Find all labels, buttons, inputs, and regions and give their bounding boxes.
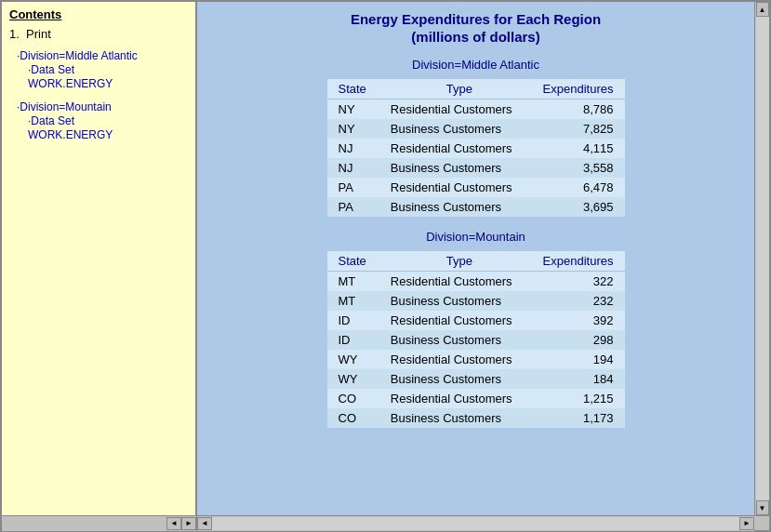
report-title-line1: Energy Expenditures for Each Region bbox=[216, 11, 736, 27]
sidebar: Contents 1. Print ·Division=Middle Atlan… bbox=[2, 2, 197, 515]
cell-expenditure: 3,695 bbox=[528, 197, 624, 217]
table-row: NY Business Customers 7,825 bbox=[327, 119, 625, 139]
cell-state: NJ bbox=[327, 139, 379, 158]
sidebar-division-mountain: ·Division=Mountain ·Data Set WORK.ENERGY bbox=[17, 100, 188, 141]
scroll-left-sidebar[interactable]: ◄ bbox=[166, 517, 181, 530]
table-row: NJ Business Customers 3,558 bbox=[327, 158, 625, 178]
bottom-scrollbar: ◄ ► ◄ ► bbox=[2, 515, 769, 530]
cell-expenditure: 8,786 bbox=[528, 100, 624, 120]
sidebar-dataset-middle-atlantic: ·Data Set WORK.ENERGY bbox=[28, 62, 188, 90]
cell-type: Business Customers bbox=[379, 291, 528, 311]
cell-state: NY bbox=[327, 100, 379, 120]
scroll-left-content[interactable]: ◄ bbox=[197, 517, 212, 530]
cell-expenditure: 1,173 bbox=[528, 408, 624, 428]
sidebar-dataset-mountain: ·Data Set WORK.ENERGY bbox=[28, 113, 188, 141]
cell-expenditure: 392 bbox=[528, 311, 624, 330]
content-area: Energy Expenditures for Each Region (mil… bbox=[197, 2, 754, 515]
table-row: PA Business Customers 3,695 bbox=[327, 197, 625, 217]
section-header-middle-atlantic: Division=Middle Atlantic bbox=[216, 58, 736, 72]
table-row: CO Residential Customers 1,215 bbox=[327, 389, 625, 408]
cell-type: Residential Customers bbox=[379, 350, 528, 369]
scroll-down-button[interactable]: ▼ bbox=[756, 500, 769, 515]
cell-expenditure: 232 bbox=[528, 291, 624, 311]
cell-type: Residential Customers bbox=[379, 139, 528, 158]
cell-type: Business Customers bbox=[379, 197, 528, 217]
cell-state: PA bbox=[327, 197, 379, 217]
scroll-track-right bbox=[756, 17, 769, 500]
cell-expenditure: 194 bbox=[528, 350, 624, 369]
right-scrollbar: ▲ ▼ bbox=[754, 2, 769, 515]
table-row: CO Business Customers 1,173 bbox=[327, 408, 625, 428]
col-type-2: Type bbox=[379, 251, 528, 272]
cell-expenditure: 6,478 bbox=[528, 178, 624, 197]
cell-state: WY bbox=[327, 369, 379, 389]
cell-state: MT bbox=[327, 291, 379, 311]
cell-type: Business Customers bbox=[379, 330, 528, 350]
cell-state: CO bbox=[327, 408, 379, 428]
cell-type: Residential Customers bbox=[379, 272, 528, 292]
scroll-right-content[interactable]: ► bbox=[739, 517, 754, 530]
cell-expenditure: 298 bbox=[528, 330, 624, 350]
table-row: ID Residential Customers 392 bbox=[327, 311, 625, 330]
table-middle-atlantic: State Type Expenditures NY Residential C… bbox=[327, 79, 625, 217]
table-row: MT Residential Customers 322 bbox=[327, 272, 625, 292]
scroll-up-button[interactable]: ▲ bbox=[756, 2, 769, 17]
cell-type: Business Customers bbox=[379, 158, 528, 178]
section-header-mountain: Division=Mountain bbox=[216, 230, 736, 244]
work-energy-link-2[interactable]: WORK.ENERGY bbox=[28, 128, 113, 141]
sidebar-print-item: 1. Print bbox=[9, 27, 188, 41]
table-row: ID Business Customers 298 bbox=[327, 330, 625, 350]
cell-state: CO bbox=[327, 389, 379, 408]
division-mountain-link[interactable]: ·Division=Mountain bbox=[17, 100, 112, 113]
cell-state: NJ bbox=[327, 158, 379, 178]
table-row: WY Business Customers 184 bbox=[327, 369, 625, 389]
cell-type: Residential Customers bbox=[379, 389, 528, 408]
scroll-track-bottom bbox=[212, 517, 739, 530]
cell-type: Business Customers bbox=[379, 119, 528, 139]
table-mountain: State Type Expenditures MT Residential C… bbox=[327, 251, 625, 428]
table-row: PA Residential Customers 6,478 bbox=[327, 178, 625, 197]
cell-expenditure: 1,215 bbox=[528, 389, 624, 408]
table-row: NY Residential Customers 8,786 bbox=[327, 100, 625, 120]
cell-state: ID bbox=[327, 330, 379, 350]
cell-state: MT bbox=[327, 272, 379, 292]
content-bottom-scroll: ◄ ► bbox=[197, 516, 754, 531]
cell-state: WY bbox=[327, 350, 379, 369]
scroll-right-sidebar[interactable]: ► bbox=[181, 517, 196, 530]
cell-expenditure: 184 bbox=[528, 369, 624, 389]
data-set-label-2: ·Data Set bbox=[28, 114, 74, 127]
col-state-1: State bbox=[327, 79, 379, 100]
table-row: NJ Residential Customers 4,115 bbox=[327, 139, 625, 158]
cell-type: Business Customers bbox=[379, 369, 528, 389]
col-expenditures-2: Expenditures bbox=[528, 251, 624, 272]
division-middle-atlantic-link[interactable]: ·Division=Middle Atlantic bbox=[17, 49, 138, 62]
col-expenditures-1: Expenditures bbox=[528, 79, 624, 100]
cell-type: Residential Customers bbox=[379, 311, 528, 330]
cell-expenditure: 322 bbox=[528, 272, 624, 292]
sidebar-division-middle-atlantic: ·Division=Middle Atlantic ·Data Set WORK… bbox=[17, 48, 188, 90]
col-type-1: Type bbox=[379, 79, 528, 100]
main-area: Contents 1. Print ·Division=Middle Atlan… bbox=[2, 2, 769, 515]
cell-state: PA bbox=[327, 178, 379, 197]
data-set-label-1: ·Data Set bbox=[28, 63, 74, 76]
sidebar-title: Contents bbox=[9, 7, 188, 21]
app-window: Contents 1. Print ·Division=Middle Atlan… bbox=[0, 0, 771, 532]
cell-type: Residential Customers bbox=[379, 178, 528, 197]
cell-expenditure: 3,558 bbox=[528, 158, 624, 178]
work-energy-link-1[interactable]: WORK.ENERGY bbox=[28, 77, 113, 90]
cell-expenditure: 4,115 bbox=[528, 139, 624, 158]
report-title-line2: (millions of dollars) bbox=[216, 29, 736, 45]
col-state-2: State bbox=[327, 251, 379, 272]
cell-state: ID bbox=[327, 311, 379, 330]
table-row: WY Residential Customers 194 bbox=[327, 350, 625, 369]
cell-type: Business Customers bbox=[379, 408, 528, 428]
table-row: MT Business Customers 232 bbox=[327, 291, 625, 311]
cell-type: Residential Customers bbox=[379, 100, 528, 120]
cell-expenditure: 7,825 bbox=[528, 119, 624, 139]
cell-state: NY bbox=[327, 119, 379, 139]
sidebar-bottom-scroll: ◄ ► bbox=[2, 516, 197, 531]
